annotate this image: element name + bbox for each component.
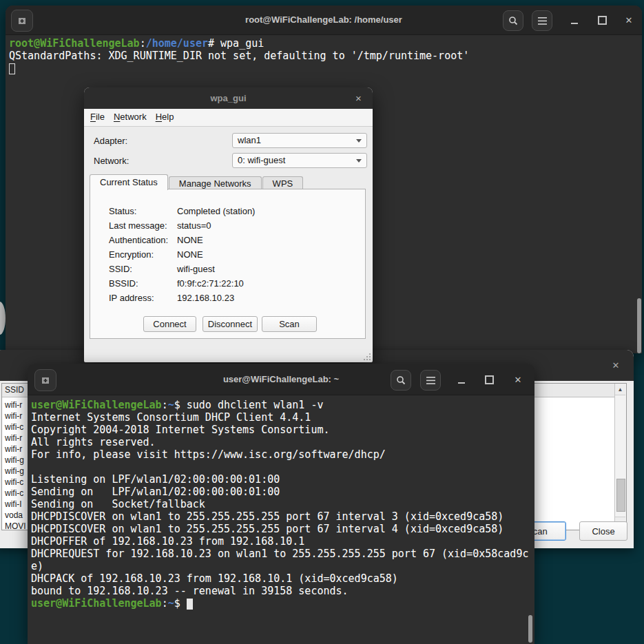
window-title: user@WiFiChallengeLab: ~ — [90, 364, 472, 395]
field-label: Encryption: — [109, 249, 154, 260]
status-fields: Status:Completed (station)Last message:s… — [90, 189, 365, 307]
terminal-line: bound to 192.168.10.23 -- renewal in 391… — [31, 585, 534, 597]
terminal-text: Sending on LPF/wlan1/02:00:00:00:01:00 — [31, 486, 280, 498]
scan-button[interactable]: Scan — [262, 316, 317, 332]
network-value: 0: wifi-guest — [238, 155, 285, 165]
terminal-text: : — [162, 399, 168, 411]
field-value: NONE — [177, 235, 203, 245]
terminal-content[interactable]: user@WiFiChallengeLab:~$ sudo dhclient w… — [28, 395, 534, 644]
adapter-value: wlan1 — [238, 135, 261, 145]
close-icon: ✕ — [612, 360, 620, 371]
terminal-text: /home/user — [146, 37, 208, 50]
maximize-button[interactable] — [481, 371, 497, 388]
terminal-line: DHCPACK of 192.168.10.23 from 192.168.10… — [31, 572, 534, 585]
search-button[interactable] — [391, 370, 411, 391]
terminal-line: All rights reserved. — [31, 436, 534, 448]
new-tab-icon — [40, 375, 51, 386]
status-row: Encryption:NONE — [90, 249, 365, 264]
tab-current-status[interactable]: Current Status — [90, 174, 168, 190]
window-title: wpa_gui — [84, 87, 373, 109]
close-button[interactable]: × — [351, 91, 366, 105]
terminal-cursor — [187, 599, 193, 610]
search-icon — [508, 16, 518, 25]
field-value: NONE — [177, 249, 203, 260]
terminal-text: $ sudo dhclient wlan1 -v — [174, 399, 324, 411]
terminal-line: e) — [31, 560, 534, 572]
maximize-button[interactable] — [594, 12, 610, 28]
terminal-line: Sending on Socket/fallback — [31, 498, 534, 510]
menu-item-network[interactable]: Network — [114, 109, 147, 122]
terminal-headerbar[interactable]: user@WiFiChallengeLab: ~ ✕ — [28, 364, 534, 395]
field-value: f0:9f:c2:71:22:10 — [177, 278, 244, 289]
terminal-line: Copyright 2004-2018 Internet Systems Con… — [31, 424, 534, 436]
terminal-line: Sending on LPF/wlan1/02:00:00:00:01:00 — [31, 486, 534, 498]
terminal-text: # wpa_gui — [208, 37, 264, 50]
terminal-text: Copyright 2004-2018 Internet Systems Con… — [31, 424, 329, 436]
terminal-text: : — [162, 597, 168, 610]
connect-button[interactable]: Connect — [143, 316, 196, 332]
status-row: Authentication:NONE — [90, 235, 365, 249]
status-row: SSID:wifi-guest — [90, 264, 365, 278]
list-scrollbar[interactable]: ▲ ▼ — [614, 384, 626, 528]
terminal-scrollbar[interactable] — [637, 298, 641, 353]
new-tab-button[interactable] — [34, 369, 56, 391]
terminal-headerbar[interactable]: root@WiFiChallengeLab: /home/user ✕ — [6, 6, 642, 35]
terminal-text: e) — [31, 560, 43, 572]
terminal-line — [9, 62, 642, 74]
minimize-button[interactable] — [566, 12, 583, 28]
field-label: IP address: — [109, 293, 154, 303]
terminal-scrollbar[interactable] — [528, 615, 532, 643]
terminal-text: root@WiFiChallengeLab — [9, 37, 140, 50]
terminal-text: DHCPDISCOVER on wlan1 to 255.255.255.255… — [31, 523, 503, 535]
terminal-text: user@WiFiChallengeLab — [31, 597, 162, 610]
new-tab-button[interactable] — [11, 10, 33, 32]
scrollbar-thumb[interactable] — [616, 479, 625, 512]
status-row: IP address:192.168.10.23 — [90, 293, 365, 307]
desktop: { "colors": { "desktop_bg": "#07313a", "… — [0, 0, 644, 644]
resize-grip[interactable] — [364, 353, 371, 360]
field-label: SSID: — [109, 264, 132, 274]
hamburger-icon — [426, 377, 435, 384]
terminal-text: All rights reserved. — [31, 436, 156, 448]
terminal-text: Sending on Socket/fallback — [31, 498, 205, 510]
menu-item-file[interactable]: File — [90, 109, 105, 122]
close-button[interactable]: ✕ — [607, 357, 624, 373]
disconnect-button[interactable]: Disconnect — [202, 316, 258, 332]
status-row: Status:Completed (station) — [90, 206, 365, 220]
status-row: BSSID:f0:9f:c2:71:22:10 — [90, 278, 365, 293]
menu-bar: FileNetworkHelp — [84, 109, 373, 127]
close-icon: × — [355, 92, 362, 104]
close-button[interactable]: ✕ — [510, 371, 526, 388]
chevron-down-icon — [356, 159, 362, 163]
scroll-up-arrow-icon[interactable]: ▲ — [615, 384, 625, 395]
terminal-line: DHCPDISCOVER on wlan1 to 255.255.255.255… — [31, 510, 534, 523]
adapter-combobox[interactable]: wlan1 — [232, 133, 367, 148]
terminal-text: $ — [174, 597, 187, 610]
close-dialog-button[interactable]: Close — [579, 521, 627, 541]
search-button[interactable] — [503, 10, 523, 31]
search-icon — [396, 375, 406, 385]
tab-bar: Current StatusManage NetworksWPS — [90, 174, 304, 189]
terminal-text: DHCPREQUEST for 192.168.10.23 on wlan1 t… — [31, 548, 528, 560]
field-value: 192.168.10.23 — [177, 293, 234, 303]
terminal-text: : — [140, 37, 146, 50]
chevron-down-icon — [356, 139, 362, 143]
field-label: Last message: — [109, 220, 167, 231]
network-combobox[interactable]: 0: wifi-guest — [232, 153, 367, 168]
field-label: BSSID: — [109, 278, 138, 289]
terminal-text: DHCPACK of 192.168.10.23 from 192.168.10… — [31, 572, 398, 585]
terminal-line — [31, 461, 534, 473]
menu-button[interactable] — [420, 370, 441, 391]
minimize-button[interactable] — [453, 371, 470, 388]
terminal-text: Internet Systems Consortium DHCP Client … — [31, 411, 311, 424]
field-label: Status: — [109, 206, 136, 216]
wpa-gui-titlebar[interactable]: wpa_gui × — [84, 87, 373, 109]
field-value: status=0 — [177, 220, 211, 231]
close-button[interactable]: ✕ — [621, 12, 637, 28]
minimize-icon — [571, 23, 578, 24]
terminal-line: QStandardPaths: XDG_RUNTIME_DIR not set,… — [9, 50, 642, 62]
menu-item-help[interactable]: Help — [156, 109, 174, 122]
terminal-line: DHCPOFFER of 192.168.10.23 from 192.168.… — [31, 535, 534, 548]
menu-button[interactable] — [532, 10, 552, 31]
terminal-line: root@WiFiChallengeLab:/home/user# wpa_gu… — [9, 37, 642, 50]
